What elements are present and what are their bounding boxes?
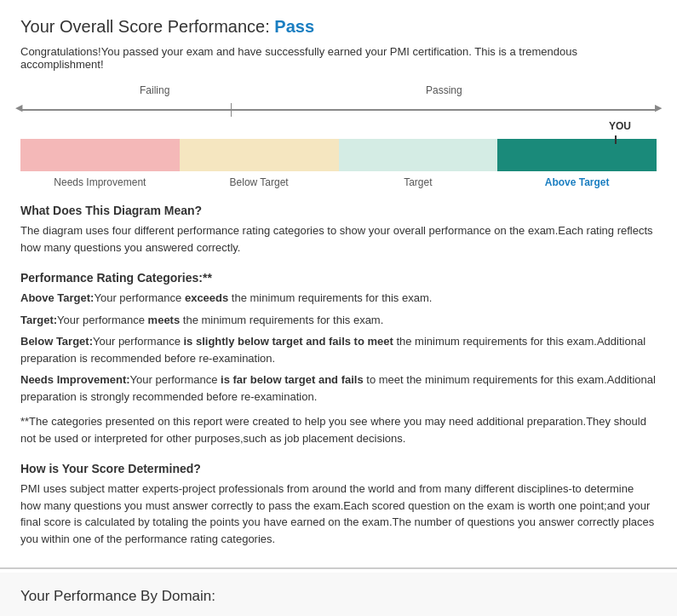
arrow-line (20, 109, 657, 111)
rating-needs-improvement-label: Needs Improvement: (20, 373, 130, 386)
domain-title: Your Performance By Domain: (20, 588, 657, 605)
pass-label: Pass (274, 17, 314, 36)
label-above-target: Above Target (497, 176, 657, 188)
rating-below-target: Below Target:Your performance is slightl… (20, 333, 657, 366)
passing-label: Passing (426, 84, 462, 96)
bar-target (339, 139, 498, 171)
how-score-title: How is Your Score Determined? (20, 462, 657, 475)
what-diagram-section: What Does This Diagram Mean? The diagram… (20, 204, 657, 256)
what-diagram-body: The diagram uses four different performa… (20, 222, 657, 256)
rating-target-label: Target: (20, 314, 57, 326)
rating-above-target: Above Target:Your performance exceeds th… (20, 290, 657, 307)
rating-target-bold: meets (148, 314, 181, 326)
how-score-section: How is Your Score Determined? PMI uses s… (20, 462, 657, 547)
scale-container: Failing Passing YOU Needs Improvemen (20, 84, 657, 188)
rating-needs-improvement: Needs Improvement:Your performance is fa… (20, 371, 657, 405)
bar-above-target (497, 139, 657, 171)
failing-label: Failing (140, 84, 169, 96)
divider-tick (231, 103, 232, 117)
you-row: YOU (20, 120, 657, 139)
performance-rating-title: Performance Rating Categories:** (20, 271, 657, 285)
congrats-text: Congratulations!You passed your exam and… (20, 45, 657, 71)
rating-below-target-label: Below Target: (20, 335, 93, 348)
how-score-body: PMI uses subject matter experts-project … (20, 481, 657, 547)
performance-rating-section: Performance Rating Categories:** Above T… (20, 271, 657, 405)
bar-needs-improvement (20, 139, 180, 171)
rating-above-target-bold: exceeds (185, 291, 228, 304)
label-below-target: Below Target (180, 176, 339, 188)
rating-below-target-bold: is slightly below target and fails to me… (183, 335, 393, 348)
rating-above-target-label: Above Target: (20, 291, 94, 304)
bar-below-target (180, 139, 339, 171)
rating-target: Target:Your performance meets the minimu… (20, 312, 657, 329)
what-diagram-title: What Does This Diagram Mean? (20, 204, 657, 217)
label-target: Target (339, 176, 498, 188)
bar-labels-row: Needs Improvement Below Target Target Ab… (20, 176, 657, 188)
page-title: Your Overall Score Performance: Pass (20, 17, 657, 37)
domain-section: Your Performance By Domain: Using the sa… (0, 573, 677, 616)
you-tick (615, 135, 617, 144)
arrow-line-row (20, 103, 657, 117)
footnote: **The categories presented on this repor… (20, 413, 657, 446)
rating-needs-improvement-bold: is far below target and fails (221, 373, 364, 386)
you-label: YOU (609, 120, 631, 132)
label-needs-improvement: Needs Improvement (20, 176, 180, 188)
bars-row (20, 139, 657, 171)
